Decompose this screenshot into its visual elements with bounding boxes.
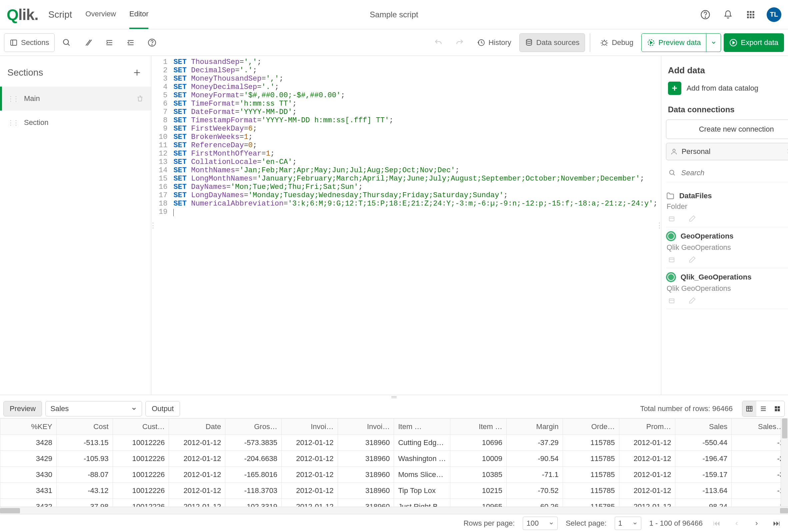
- table-cell: 318960: [338, 435, 394, 451]
- rows-per-page-select[interactable]: 100: [523, 517, 558, 530]
- horizontal-scrollbar[interactable]: [0, 507, 788, 514]
- connection-action-icon[interactable]: [668, 215, 675, 222]
- svg-line-14: [68, 44, 70, 45]
- add-from-catalog-button[interactable]: + Add from data catalog: [668, 82, 788, 95]
- table-row[interactable]: 3430-88.07100122262012-01-12-165.8016201…: [0, 467, 788, 483]
- drag-handle-icon[interactable]: ⋮⋮: [7, 95, 18, 103]
- table-cell: -118.3703: [225, 483, 282, 499]
- column-header[interactable]: Prom…: [619, 419, 675, 435]
- tab-overview[interactable]: Overview: [85, 0, 116, 29]
- tab-editor[interactable]: Editor: [129, 0, 148, 29]
- qlik-logo[interactable]: Qlik.: [7, 6, 38, 24]
- preview-table[interactable]: %KEYCostCust…DateGros…Invoi…Invoi…Item ……: [0, 418, 788, 507]
- svg-line-43: [673, 173, 675, 175]
- table-row[interactable]: 3431-43.12100122262012-01-12-118.3703201…: [0, 483, 788, 499]
- svg-rect-5: [747, 14, 749, 15]
- bell-icon[interactable]: [721, 8, 735, 21]
- column-header[interactable]: Gros…: [225, 419, 282, 435]
- output-tab[interactable]: Output: [145, 401, 180, 416]
- preview-table-select[interactable]: Sales: [45, 401, 142, 416]
- apps-grid-icon[interactable]: [744, 8, 757, 21]
- svg-point-24: [152, 44, 153, 45]
- table-row[interactable]: 3428-513.15100122262012-01-12-573.383520…: [0, 435, 788, 451]
- preview-data-dropdown[interactable]: [706, 33, 721, 52]
- connection-action-icon[interactable]: [668, 256, 675, 263]
- history-button[interactable]: History: [472, 33, 516, 52]
- sections-toggle-button[interactable]: Sections: [4, 33, 55, 52]
- total-rows: Total number of rows: 96466: [640, 404, 733, 413]
- indent-icon[interactable]: [100, 33, 119, 52]
- column-header[interactable]: Sales: [675, 419, 732, 435]
- column-header[interactable]: Date: [169, 419, 225, 435]
- table-cell: 2012-01-12: [281, 467, 338, 483]
- total-rows-label: Total number of rows:: [640, 404, 712, 413]
- connection-action-icon[interactable]: [689, 297, 696, 304]
- column-header[interactable]: Cust…: [113, 419, 169, 435]
- sections-title: Sections: [7, 67, 43, 78]
- svg-rect-4: [752, 11, 754, 13]
- connection-name: Qlik_GeoOperations: [681, 273, 752, 282]
- table-row[interactable]: 3429-105.93100122262012-01-12-204.663820…: [0, 451, 788, 467]
- connection-action-icon[interactable]: [689, 215, 696, 222]
- page-last-button[interactable]: ⏭: [771, 517, 783, 529]
- undo-icon[interactable]: [429, 33, 448, 52]
- page-prev-button[interactable]: ‹: [731, 517, 743, 529]
- globe-icon: [666, 272, 676, 282]
- redo-icon[interactable]: [450, 33, 469, 52]
- column-header[interactable]: Cost: [56, 419, 113, 435]
- resize-handle-horizontal[interactable]: ═: [0, 395, 788, 399]
- svg-point-26: [526, 39, 532, 41]
- vertical-scrollbar[interactable]: [781, 418, 788, 507]
- table-row[interactable]: 3432-37.98100122262012-01-12-102.3319201…: [0, 499, 788, 507]
- resize-handle-left[interactable]: ⋮: [151, 56, 155, 395]
- section-item-section[interactable]: ⋮⋮ Section: [0, 110, 151, 135]
- connection-card[interactable]: Qlik_GeoOperations Qlik GeoOperations: [666, 268, 788, 309]
- preview-tab[interactable]: Preview: [3, 401, 42, 416]
- clear-filter-icon[interactable]: ✕: [787, 147, 788, 156]
- table-cell: 2012-01-12: [281, 499, 338, 507]
- page-first-button[interactable]: ⏮: [711, 517, 723, 529]
- column-header[interactable]: Orde…: [563, 419, 619, 435]
- column-header[interactable]: %KEY: [0, 419, 57, 435]
- view-list-icon[interactable]: [756, 401, 770, 416]
- table-cell: 10385: [450, 467, 507, 483]
- search-icon[interactable]: [57, 33, 76, 52]
- select-page-select[interactable]: 1: [615, 517, 641, 530]
- space-filter[interactable]: Personal ✕: [666, 143, 788, 160]
- help-toolbar-icon[interactable]: [143, 33, 161, 52]
- connections-header: Data connections: [668, 105, 788, 114]
- connection-action-icon[interactable]: [689, 256, 696, 263]
- view-table-icon[interactable]: [742, 401, 756, 416]
- export-data-button[interactable]: Export data: [724, 33, 784, 52]
- section-item-main[interactable]: ⋮⋮ Main: [0, 87, 151, 110]
- create-connection-button[interactable]: Create new connection: [666, 120, 788, 139]
- column-header[interactable]: Invoi…: [338, 419, 394, 435]
- debug-button[interactable]: Debug: [595, 33, 639, 52]
- delete-section-icon[interactable]: [136, 95, 144, 102]
- column-header[interactable]: Item …: [394, 419, 450, 435]
- comment-toggle-icon[interactable]: [79, 33, 97, 52]
- table-cell: -204.6638: [225, 451, 282, 467]
- column-header[interactable]: Invoi…: [281, 419, 338, 435]
- connection-search[interactable]: [666, 164, 788, 182]
- add-section-button[interactable]: [130, 66, 144, 79]
- drag-handle-icon[interactable]: ⋮⋮: [7, 119, 18, 127]
- view-grid-icon[interactable]: [770, 401, 784, 416]
- resize-handle-right[interactable]: ⋮: [658, 56, 661, 395]
- column-header[interactable]: Item …: [450, 419, 507, 435]
- page-next-button[interactable]: ›: [751, 517, 763, 529]
- data-sources-button[interactable]: Data sources: [519, 33, 585, 52]
- preview-data-button[interactable]: Preview data: [641, 33, 706, 52]
- table-cell: 115785: [563, 435, 619, 451]
- user-avatar[interactable]: TL: [767, 7, 781, 22]
- connection-search-input[interactable]: [681, 168, 788, 178]
- help-icon[interactable]: [699, 8, 712, 21]
- column-header[interactable]: Sales…: [732, 419, 788, 435]
- code-editor[interactable]: 12345678910111213141516171819 SET Thousa…: [155, 56, 658, 395]
- outdent-icon[interactable]: [121, 33, 140, 52]
- column-header[interactable]: Margin: [507, 419, 563, 435]
- connection-card[interactable]: GeoOperations Qlik GeoOperations: [666, 227, 788, 268]
- connection-card[interactable]: DataFiles Folder: [666, 187, 788, 227]
- connection-action-icon[interactable]: [668, 297, 675, 304]
- table-cell: -513.15: [56, 435, 113, 451]
